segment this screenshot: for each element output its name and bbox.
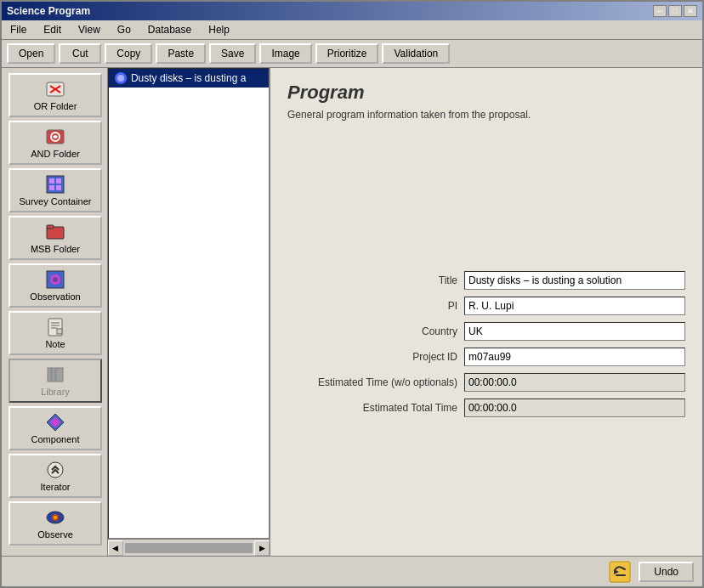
svg-rect-19	[57, 329, 62, 334]
tree-item-root[interactable]: Dusty disks – is dusting a	[109, 69, 269, 88]
survey-container-icon	[45, 174, 65, 195]
observation-button[interactable]: Observation	[9, 263, 102, 308]
minimize-button[interactable]: ─	[653, 5, 667, 17]
svg-rect-32	[610, 562, 630, 582]
undo-icon	[608, 560, 632, 584]
main-window: Science Program ─ □ ✕ File Edit View Go …	[0, 0, 704, 588]
bottom-bar: Undo	[2, 556, 702, 586]
observe-button[interactable]: Observe	[9, 501, 102, 546]
country-input[interactable]	[464, 322, 685, 341]
iterator-icon	[45, 460, 65, 480]
undo-button[interactable]: Undo	[639, 562, 694, 582]
menu-go[interactable]: Go	[112, 22, 136, 37]
country-row: Country	[287, 322, 685, 341]
tree-item-icon	[114, 71, 128, 85]
svg-rect-9	[56, 185, 61, 190]
estimated-time-input	[464, 373, 685, 392]
menu-file[interactable]: File	[5, 22, 31, 37]
svg-rect-21	[52, 368, 55, 382]
cut-button[interactable]: Cut	[59, 43, 101, 64]
svg-rect-6	[49, 178, 54, 184]
save-button[interactable]: Save	[209, 43, 256, 64]
tree-item-label: Dusty disks – is dusting a	[131, 72, 246, 84]
program-title: Program	[287, 82, 685, 104]
pi-label: PI	[287, 300, 457, 312]
country-label: Country	[287, 325, 457, 337]
program-description: General program information taken from t…	[287, 109, 685, 121]
estimated-time-label: Estimated Time (w/o optionals)	[287, 376, 457, 388]
horizontal-scrollbar[interactable]: ◀ ▶	[108, 539, 270, 556]
estimated-total-row: Estimated Total Time	[287, 399, 685, 417]
main-content: OR Folder AND Folder	[2, 68, 702, 556]
menu-database[interactable]: Database	[143, 22, 196, 37]
survey-container-button[interactable]: Survey Container	[9, 168, 102, 212]
maximize-button[interactable]: □	[668, 5, 682, 17]
svg-point-14	[53, 277, 58, 282]
iterator-button[interactable]: Iterator	[9, 454, 102, 498]
left-tool-panel: OR Folder AND Folder	[2, 68, 108, 556]
svg-rect-7	[56, 178, 61, 184]
svg-point-29	[54, 516, 57, 519]
image-button[interactable]: Image	[259, 43, 311, 64]
svg-rect-8	[49, 185, 54, 190]
scroll-track[interactable]	[125, 543, 253, 553]
library-icon	[45, 365, 65, 385]
estimated-total-label: Estimated Total Time	[287, 402, 457, 414]
right-panel: Program General program information take…	[270, 68, 702, 556]
copy-button[interactable]: Copy	[105, 43, 152, 64]
title-input[interactable]	[464, 271, 685, 290]
menu-help[interactable]: Help	[203, 22, 235, 37]
msb-folder-button[interactable]: MSB Folder	[9, 216, 102, 260]
note-button[interactable]: Note	[9, 311, 102, 355]
close-button[interactable]: ✕	[684, 5, 697, 17]
svg-point-31	[117, 75, 124, 82]
estimated-time-row: Estimated Time (w/o optionals)	[287, 373, 685, 392]
pi-row: PI	[287, 297, 685, 315]
and-folder-button[interactable]: AND Folder	[9, 121, 102, 165]
svg-rect-20	[48, 368, 51, 382]
component-button[interactable]: Component	[9, 406, 102, 450]
paste-button[interactable]: Paste	[156, 43, 206, 64]
open-button[interactable]: Open	[7, 43, 55, 64]
title-label: Title	[287, 274, 457, 286]
project-id-label: Project ID	[287, 351, 457, 363]
project-id-input[interactable]	[464, 348, 685, 366]
prioritize-button[interactable]: Prioritize	[315, 43, 379, 64]
title-bar-buttons: ─ □ ✕	[653, 5, 697, 17]
observe-icon	[45, 507, 65, 528]
and-folder-icon	[45, 127, 65, 147]
project-id-row: Project ID	[287, 348, 685, 366]
menu-view[interactable]: View	[73, 22, 105, 37]
or-folder-button[interactable]: OR Folder	[9, 73, 102, 117]
menu-bar: File Edit View Go Database Help	[2, 20, 702, 40]
or-folder-icon	[45, 79, 65, 99]
note-icon	[45, 317, 65, 337]
scroll-right-button[interactable]: ▶	[254, 540, 270, 556]
component-icon	[45, 412, 65, 433]
observation-icon	[45, 269, 65, 290]
svg-rect-22	[56, 368, 63, 382]
program-form: Title PI Country Project ID	[287, 146, 685, 542]
svg-rect-11	[47, 225, 54, 229]
window-title: Science Program	[7, 5, 90, 17]
estimated-total-input	[464, 399, 685, 417]
title-bar: Science Program ─ □ ✕	[2, 2, 702, 20]
title-row: Title	[287, 271, 685, 290]
library-button[interactable]: Library	[9, 359, 102, 403]
toolbar: Open Cut Copy Paste Save Image Prioritiz…	[2, 40, 702, 68]
msb-folder-icon	[45, 222, 65, 242]
menu-edit[interactable]: Edit	[38, 22, 66, 37]
center-panel: Dusty disks – is dusting a ◀ ▶	[108, 68, 270, 556]
validation-button[interactable]: Validation	[382, 43, 450, 64]
tree-view[interactable]: Dusty disks – is dusting a	[108, 68, 270, 539]
scroll-left-button[interactable]: ◀	[108, 540, 123, 556]
pi-input[interactable]	[464, 297, 685, 315]
